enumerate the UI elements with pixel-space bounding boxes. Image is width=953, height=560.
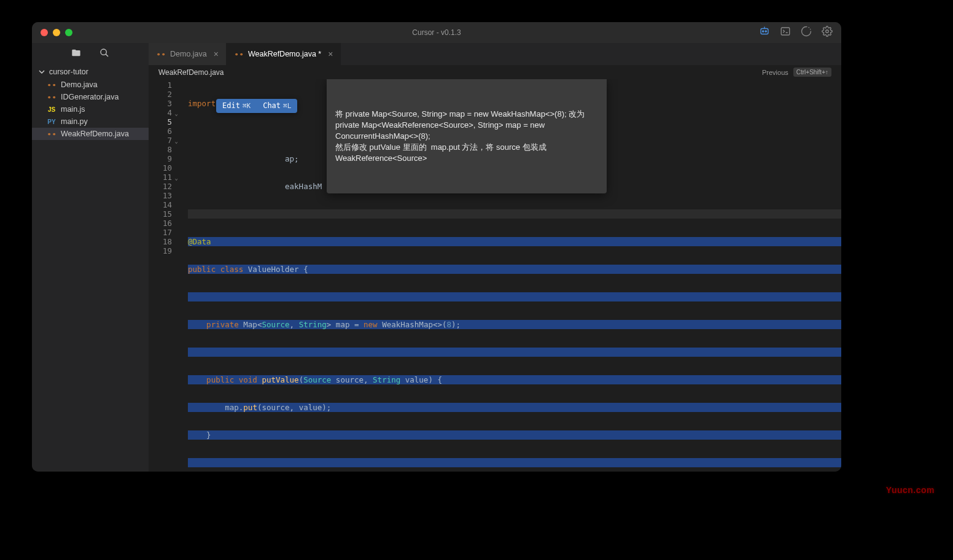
settings-icon[interactable] [822, 26, 833, 39]
line-number: 10 [149, 163, 172, 173]
close-icon[interactable]: × [214, 49, 219, 59]
shortcut-badge: Ctrl+Shift+↑ [793, 68, 831, 77]
search-icon[interactable] [99, 48, 109, 60]
edit-kbd: ⌘K [243, 101, 251, 111]
minimize-window-button[interactable] [53, 29, 60, 36]
file-item-demo[interactable]: ⚬⚬ Demo.java [32, 79, 149, 91]
app-window: Cursor - v0.1.3 cursor-tutor ⚬⚬ Demo.jav… [32, 22, 841, 472]
file-item-mainpy[interactable]: PY main.py [32, 115, 149, 128]
line-number: 13 [149, 191, 172, 200]
window-title: Cursor - v0.1.3 [412, 28, 461, 37]
code-line [188, 348, 841, 357]
edit-label: Edit [222, 101, 240, 111]
svg-rect-0 [761, 29, 768, 34]
code-line: @Data [188, 237, 841, 246]
tabs: ⚬⚬ Demo.java × ⚬⚬ WeakRefDemo.java * × [149, 43, 841, 65]
line-number: 9 [149, 154, 172, 163]
terminal-icon[interactable] [780, 26, 791, 39]
line-number: 15 [149, 209, 172, 219]
file-name: WeakRefDemo.java [61, 130, 129, 138]
maximize-window-button[interactable] [65, 29, 72, 36]
file-name: main.py [61, 117, 88, 126]
code-line [188, 209, 841, 219]
titlebar: Cursor - v0.1.3 [32, 22, 841, 43]
chat-kbd: ⌘L [283, 101, 291, 111]
file-item-idgenerator[interactable]: ⚬⚬ IDGenerator.java [32, 91, 149, 103]
svg-point-5 [826, 30, 829, 33]
chevron-down-icon [38, 68, 45, 76]
previous-label[interactable]: Previous [762, 69, 788, 76]
project-folder[interactable]: cursor-tutor [32, 65, 149, 79]
line-number: 5 [149, 117, 172, 126]
code-line: map.put(source, value); [188, 403, 841, 412]
code-line [188, 458, 841, 467]
breadcrumb-actions: Previous Ctrl+Shift+↑ [762, 68, 831, 77]
inline-actions: Edit ⌘K Chat ⌘L [216, 99, 297, 113]
file-name: Demo.java [61, 80, 98, 89]
line-number: 8 [149, 145, 172, 154]
traffic-lights [32, 29, 72, 36]
java-icon: ⚬⚬ [47, 131, 56, 138]
line-number: 6 [149, 126, 172, 136]
tab-label: Demo.java [170, 50, 207, 58]
line-number: 7⌄ [149, 136, 172, 145]
svg-point-1 [763, 31, 764, 32]
breadcrumb: WeakRefDemo.java Previous Ctrl+Shift+↑ [149, 65, 841, 79]
java-icon: ⚬⚬ [47, 82, 56, 88]
watermark: Yuucn.com [886, 485, 935, 495]
ai-suggestion-popup[interactable]: 将 private Map<Source, String> map = new … [327, 79, 607, 193]
line-number: 1 [149, 80, 172, 90]
java-icon: ⚬⚬ [47, 94, 56, 101]
app-body: cursor-tutor ⚬⚬ Demo.java ⚬⚬ IDGenerator… [32, 43, 841, 472]
py-icon: PY [47, 119, 56, 125]
sidebar: cursor-tutor ⚬⚬ Demo.java ⚬⚬ IDGenerator… [32, 43, 149, 472]
line-number: 4⌄ [149, 108, 172, 117]
main-area: ⚬⚬ Demo.java × ⚬⚬ WeakRefDemo.java * × W… [149, 43, 841, 472]
editor[interactable]: 1 2 3 4⌄ 5 6 7⌄ 8 9 10 11⌄ 12 13 14 15 1… [149, 79, 841, 472]
file-name: main.js [61, 105, 85, 114]
file-name: IDGenerator.java [61, 93, 119, 101]
line-number: 16 [149, 219, 172, 228]
js-icon: JS [47, 106, 56, 113]
svg-rect-4 [781, 28, 790, 35]
chat-label: Chat [263, 101, 281, 111]
ai-icon[interactable] [759, 26, 770, 39]
code-line: public void putValue(Source source, Stri… [188, 375, 841, 384]
code-line: private Map<Source, String> map = new We… [188, 320, 841, 329]
java-icon: ⚬⚬ [156, 51, 166, 58]
project-name: cursor-tutor [49, 68, 88, 76]
code-area[interactable]: import lombok.Data; ap; eakHashM @Data p… [178, 79, 841, 472]
line-number: 3 [149, 99, 172, 108]
activity-icon[interactable] [801, 26, 812, 39]
line-number: 12 [149, 182, 172, 191]
svg-point-6 [101, 49, 106, 55]
line-number: 18 [149, 237, 172, 246]
titlebar-actions [759, 26, 833, 39]
line-number: 14 [149, 200, 172, 209]
svg-point-2 [765, 31, 766, 32]
java-icon: ⚬⚬ [234, 51, 244, 58]
popup-text: 将 private Map<Source, String> map = new … [335, 109, 598, 164]
line-number: 2 [149, 90, 172, 99]
chat-button[interactable]: Chat ⌘L [257, 99, 297, 113]
tab-label: WeakRefDemo.java * [248, 50, 321, 58]
code-line: } [188, 430, 841, 440]
sidebar-top [32, 43, 149, 65]
tab-demo[interactable]: ⚬⚬ Demo.java × [149, 43, 227, 65]
gutter: 1 2 3 4⌄ 5 6 7⌄ 8 9 10 11⌄ 12 13 14 15 1… [149, 79, 178, 472]
line-number: 11⌄ [149, 173, 172, 182]
line-number: 17 [149, 228, 172, 237]
close-window-button[interactable] [41, 29, 48, 36]
file-item-weakrefdemo[interactable]: ⚬⚬ WeakRefDemo.java [32, 128, 149, 140]
code-line: public class ValueHolder { [188, 265, 841, 274]
line-number: 19 [149, 246, 172, 255]
edit-button[interactable]: Edit ⌘K [216, 99, 257, 113]
close-icon[interactable]: × [328, 49, 333, 59]
svg-line-7 [106, 54, 108, 56]
code-line [188, 292, 841, 301]
tab-weakrefdemo[interactable]: ⚬⚬ WeakRefDemo.java * × [227, 43, 341, 65]
breadcrumb-file[interactable]: WeakRefDemo.java [158, 68, 224, 77]
file-item-mainjs[interactable]: JS main.js [32, 103, 149, 115]
folder-icon[interactable] [71, 48, 81, 60]
